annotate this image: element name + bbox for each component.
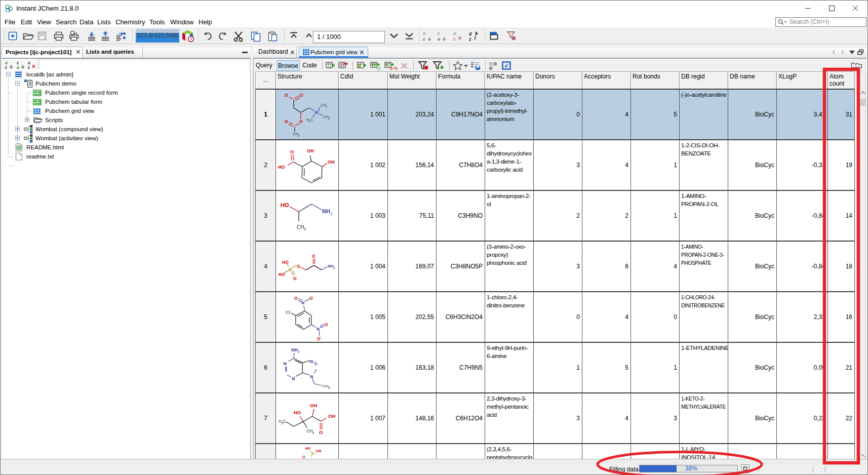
svg-text:CH: CH — [323, 384, 329, 388]
svg-text:z: z — [453, 35, 456, 42]
svg-text:+: + — [320, 326, 322, 329]
svg-text:2: 2 — [330, 212, 332, 216]
svg-text:N: N — [317, 327, 320, 332]
svg-text:O: O — [300, 93, 303, 98]
svg-text:N: N — [292, 376, 295, 381]
svg-text:Cl: Cl — [286, 310, 290, 315]
svg-text:O: O — [294, 296, 298, 301]
svg-text:2: 2 — [333, 266, 335, 269]
svg-text:+: + — [305, 299, 307, 302]
svg-text:OH: OH — [310, 403, 317, 408]
svg-text:N: N — [301, 300, 304, 305]
svg-text:2: 2 — [298, 350, 300, 353]
svg-text:O: O — [312, 254, 315, 259]
svg-text:a: a — [438, 35, 441, 42]
svg-text:C: C — [310, 117, 313, 122]
svg-text:O: O — [293, 276, 297, 281]
svg-text:3: 3 — [312, 431, 314, 434]
svg-text:-: - — [321, 335, 322, 338]
svg-text:N: N — [310, 359, 313, 364]
svg-text:HO: HO — [281, 202, 289, 208]
svg-text:O: O — [302, 455, 305, 459]
svg-text:HO: HO — [305, 447, 311, 450]
svg-text:O: O — [297, 264, 300, 269]
svg-text:HO: HO — [278, 165, 285, 170]
svg-text:a+b: a+b — [390, 66, 398, 71]
svg-text:NH: NH — [322, 208, 330, 214]
svg-text:OH: OH — [316, 449, 322, 453]
svg-text:O: O — [290, 149, 294, 154]
svg-text:3: 3 — [298, 134, 299, 137]
svg-text:HO: HO — [282, 260, 289, 265]
svg-text:-: - — [288, 92, 289, 95]
svg-text:O: O — [325, 322, 328, 327]
svg-text:CH: CH — [297, 224, 304, 230]
svg-text:3: 3 — [326, 105, 327, 108]
svg-text:OH: OH — [328, 413, 335, 419]
svg-text:N: N — [310, 374, 313, 379]
svg-text:-: - — [313, 295, 314, 298]
svg-text:3: 3 — [328, 116, 330, 120]
svg-text:N: N — [284, 361, 287, 366]
svg-text:O: O — [299, 119, 303, 124]
svg-text:+: + — [318, 109, 320, 112]
svg-text:HO: HO — [294, 410, 301, 415]
svg-text:CH: CH — [306, 428, 312, 433]
svg-text:z: z — [422, 35, 425, 42]
svg-text:P: P — [289, 267, 292, 272]
svg-text:O: O — [319, 429, 323, 435]
svg-text:C: C — [283, 419, 286, 424]
svg-text:3: 3 — [304, 227, 306, 231]
svg-text:OH: OH — [307, 148, 314, 153]
svg-text:NH: NH — [291, 347, 298, 352]
svg-text:O: O — [285, 119, 288, 124]
svg-text:HO: HO — [279, 272, 285, 277]
svg-text:OH: OH — [328, 160, 335, 165]
svg-text:z: z — [468, 35, 471, 43]
svg-text:ct: ct — [377, 66, 381, 71]
svg-text:P: P — [311, 452, 314, 456]
svg-text:NH: NH — [328, 264, 334, 268]
svg-text:3: 3 — [328, 386, 330, 389]
